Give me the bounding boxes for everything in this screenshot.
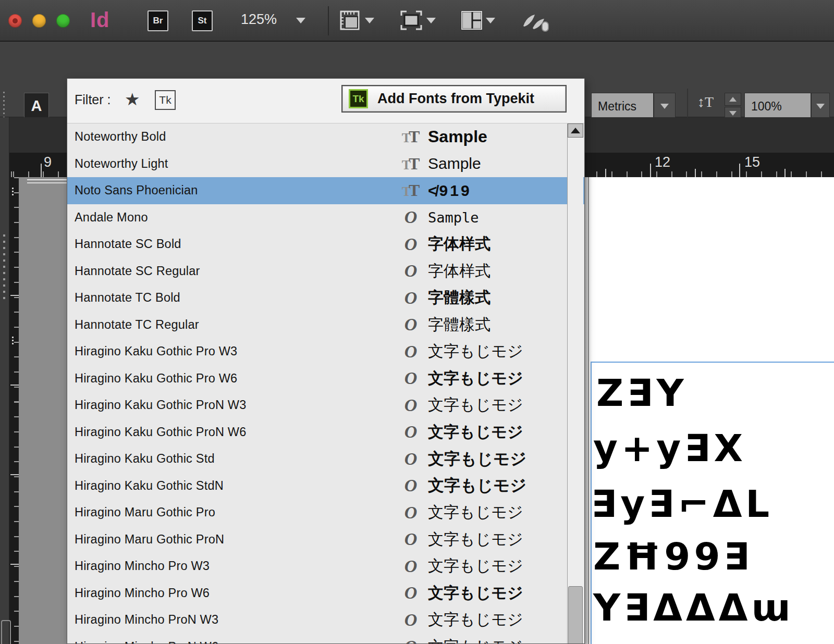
ruler-label-dots <box>12 188 14 196</box>
document-page[interactable]: Z∃Y y+y∃X ∃y∃⌐ΔL ZĦ99∃ Y∃ΔΔΔɯ <box>585 177 834 644</box>
kerning-dropdown-icon[interactable] <box>654 93 676 120</box>
arrange-documents-dropdown-icon[interactable] <box>486 18 495 23</box>
font-list-item[interactable]: Hiragino Mincho ProN W6 O 文字もじモジ <box>67 634 584 644</box>
ruler-major-tick <box>10 295 19 296</box>
bridge-button[interactable]: Br <box>148 10 168 31</box>
close-window-button[interactable] <box>8 14 22 28</box>
zoom-level-dropdown-icon[interactable] <box>296 18 305 23</box>
font-type-icon: O <box>399 476 423 496</box>
ruler-medium-tick <box>605 169 606 177</box>
font-name: Hiragino Mincho Pro W6 <box>75 586 210 600</box>
font-panel-header: Filter : ★ Tk Tk Add Fonts from Typekit <box>67 79 584 123</box>
vertical-scale-stepper[interactable] <box>725 93 741 120</box>
font-type-icon: O <box>399 342 423 362</box>
font-type-icon: O <box>399 529 423 549</box>
font-list-item[interactable]: Hiragino Maru Gothic Pro O 文字もじモジ <box>67 499 584 526</box>
font-name: Andale Mono <box>75 210 148 225</box>
font-list-item[interactable]: Noto Sans Phoenician TT ≮919 <box>67 177 584 204</box>
ruler-major-tick <box>10 564 19 565</box>
view-options-dropdown-icon[interactable] <box>365 18 374 23</box>
font-list-item[interactable]: Hiragino Mincho Pro W3 O 文字もじモジ <box>67 553 584 580</box>
font-name: Hannotate SC Bold <box>75 237 181 251</box>
font-sample-text: 文字もじモジ <box>428 341 523 362</box>
font-name: Noteworthy Bold <box>75 130 166 144</box>
font-name: Hiragino Kaku Gothic Std <box>75 452 215 466</box>
page-corner-mark <box>27 179 68 180</box>
tools-panel-edge[interactable] <box>0 117 9 644</box>
font-sample-text: 文字もじモジ <box>428 636 523 644</box>
arrange-documents-icon[interactable] <box>461 10 485 31</box>
font-list-item[interactable]: Andale Mono O Sample <box>67 204 584 231</box>
font-list-item[interactable]: Hannotate TC Regular O 字體樣式 <box>67 312 584 339</box>
typekit-filter-icon[interactable]: Tk <box>155 90 176 110</box>
font-list-item[interactable]: Hiragino Kaku Gothic Std O 文字もじモジ <box>67 445 584 473</box>
phoenician-line[interactable]: Y∃ΔΔΔɯ <box>593 586 794 629</box>
font-list-item[interactable]: Hannotate SC Regular O 字体样式 <box>67 258 584 285</box>
minimize-window-button[interactable] <box>32 14 46 28</box>
font-list: Noteworthy Bold TT Sample Noteworthy Lig… <box>67 123 584 643</box>
add-fonts-from-typekit-button[interactable]: Tk Add Fonts from Typekit <box>341 85 567 113</box>
view-options-icon[interactable] <box>340 10 364 31</box>
indesign-logo: Id <box>90 8 110 32</box>
publish-icon[interactable] <box>519 10 550 31</box>
zoom-window-button[interactable] <box>56 14 70 28</box>
screen-mode-dropdown-icon[interactable] <box>426 18 436 23</box>
scrollbar-thumb[interactable] <box>568 586 583 644</box>
ruler-ticks <box>14 177 19 644</box>
font-type-icon: O <box>399 583 423 603</box>
font-list-scrollbar[interactable] <box>567 123 583 643</box>
font-list-item[interactable]: Hiragino Kaku Gothic StdN O 文字もじモジ <box>67 473 584 500</box>
font-list-item[interactable]: Noteworthy Light TT Sample <box>67 151 584 178</box>
zoom-level-value[interactable]: 125% <box>241 11 277 28</box>
vertical-ruler <box>9 177 19 644</box>
font-list-item[interactable]: Hiragino Kaku Gothic Pro W3 O 文字もじモジ <box>67 338 584 365</box>
font-sample-text: 字体样式 <box>428 233 490 255</box>
font-sample-text: 文字もじモジ <box>428 475 526 497</box>
vertical-scale-field[interactable]: 100% <box>744 93 811 120</box>
font-name: Hannotate TC Bold <box>75 291 180 305</box>
font-list-item[interactable]: Hannotate TC Bold O 字體樣式 <box>67 284 584 312</box>
vertical-scale-up-icon[interactable] <box>725 93 741 106</box>
screen-mode-icon[interactable] <box>400 10 424 31</box>
character-formatting-button[interactable]: A <box>24 93 49 119</box>
favorites-filter-icon[interactable]: ★ <box>125 89 140 109</box>
font-name: Hiragino Kaku Gothic Pro W6 <box>75 371 237 386</box>
font-sample-text: 文字もじモジ <box>428 502 523 523</box>
font-list-item[interactable]: Noteworthy Bold TT Sample <box>67 123 584 151</box>
font-list-panel: Filter : ★ Tk Tk Add Fonts from Typekit … <box>67 78 585 644</box>
phoenician-line[interactable]: ZĦ99∃ <box>593 535 753 578</box>
font-type-icon: O <box>399 234 423 254</box>
phoenician-line[interactable]: Z∃Y <box>596 371 688 415</box>
vertical-scale-dropdown-icon[interactable] <box>811 93 830 120</box>
font-type-icon: O <box>399 368 423 388</box>
font-list-item[interactable]: Hannotate SC Bold O 字体样式 <box>67 231 584 258</box>
stock-button[interactable]: St <box>192 10 213 31</box>
font-type-icon: O <box>399 288 423 308</box>
font-type-icon: O <box>399 422 423 442</box>
ruler-number: 15 <box>744 154 760 170</box>
tools-panel-footer <box>1 620 11 644</box>
font-type-icon: O <box>399 610 423 630</box>
font-sample-text: Sample <box>428 127 487 146</box>
font-list-item[interactable]: Hiragino Mincho Pro W6 O 文字もじモジ <box>67 580 584 607</box>
font-name: Hiragino Maru Gothic ProN <box>75 532 224 547</box>
ruler-medium-tick <box>784 169 786 177</box>
font-list-item[interactable]: Hiragino Maru Gothic ProN O 文字もじモジ <box>67 526 584 553</box>
font-list-item[interactable]: Hiragino Kaku Gothic ProN W6 O 文字もじモジ <box>67 419 584 446</box>
phoenician-line[interactable]: ∃y∃⌐ΔL <box>591 482 773 526</box>
ruler-major-tick <box>739 164 740 177</box>
font-type-icon: O <box>399 207 423 227</box>
font-list-item[interactable]: Hiragino Mincho ProN W3 O 文字もじモジ <box>67 606 584 634</box>
font-list-item[interactable]: Hiragino Kaku Gothic Pro W6 O 文字もじモジ <box>67 365 584 392</box>
font-name: Noteworthy Light <box>75 157 168 171</box>
font-sample-text: 文字もじモジ <box>428 448 526 470</box>
app-bar: Id Br St 125% <box>0 0 834 42</box>
font-name: Noto Sans Phoenician <box>75 183 198 197</box>
font-list-item[interactable]: Hiragino Kaku Gothic ProN W3 O 文字もじモジ <box>67 392 584 419</box>
scroll-up-icon[interactable] <box>568 123 583 138</box>
font-type-icon: TT <box>399 154 423 174</box>
font-sample-text: 文字もじモジ <box>428 583 523 604</box>
typekit-badge-icon: Tk <box>349 89 368 108</box>
phoenician-line[interactable]: y+y∃X <box>593 426 746 470</box>
kerning-field[interactable]: Metrics <box>591 93 654 120</box>
